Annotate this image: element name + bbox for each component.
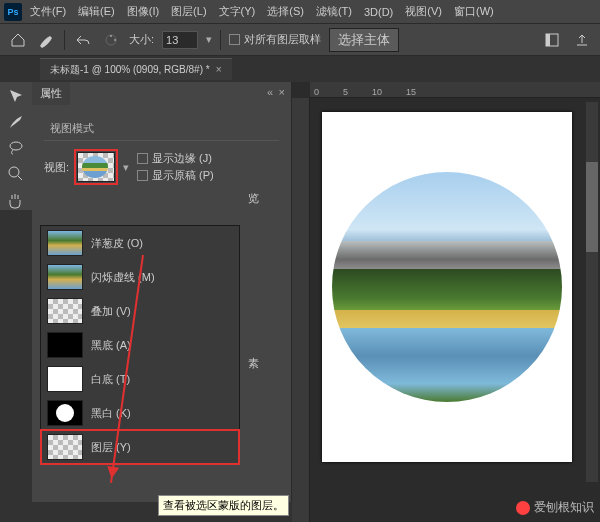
document-title: 未标题-1 @ 100% (0909, RGB/8#) * — [50, 63, 210, 77]
show-original-label: 显示原稿 (P) — [152, 168, 214, 183]
menu-select[interactable]: 选择(S) — [263, 4, 308, 19]
dd-on-white[interactable]: 白底 (T) — [41, 362, 239, 396]
zoom-tool-icon[interactable] — [6, 164, 26, 184]
view-thumbnail[interactable] — [77, 152, 115, 182]
properties-panel-tab[interactable]: 属性 — [32, 82, 70, 105]
dd-on-layers[interactable]: 图层 (Y) — [41, 430, 239, 464]
dd-black-white[interactable]: 黑白 (K) — [41, 396, 239, 430]
svg-rect-2 — [546, 34, 550, 46]
menu-filter[interactable]: 滤镜(T) — [312, 4, 356, 19]
dd-label: 图层 (Y) — [91, 440, 131, 455]
brush-icon[interactable] — [36, 30, 56, 50]
svg-point-4 — [9, 167, 19, 177]
sample-all-checkbox[interactable]: 对所有图层取样 — [229, 32, 321, 47]
menu-type[interactable]: 文字(Y) — [215, 4, 260, 19]
watermark: 爱刨根知识 — [516, 499, 594, 516]
view-mode-dropdown[interactable]: 洋葱皮 (O) 闪烁虚线 (M) 叠加 (V) 黑底 (A) 白底 (T) 黑白… — [40, 225, 240, 465]
chevron-down-icon[interactable]: ▾ — [123, 161, 129, 174]
menu-3d[interactable]: 3D(D) — [360, 6, 397, 18]
panel-collapse-icon[interactable]: « — [267, 86, 273, 98]
ruler-vertical — [292, 98, 310, 522]
menu-view[interactable]: 视图(V) — [401, 4, 446, 19]
panel-close-icon[interactable]: × — [279, 86, 285, 98]
preview-label: 览 — [44, 191, 279, 206]
dd-label: 叠加 (V) — [91, 304, 131, 319]
home-icon[interactable] — [8, 30, 28, 50]
lasso-tool-icon[interactable] — [6, 138, 26, 158]
circular-photo — [332, 172, 562, 402]
menu-layer[interactable]: 图层(L) — [167, 4, 210, 19]
menu-window[interactable]: 窗口(W) — [450, 4, 498, 19]
close-icon[interactable]: × — [216, 64, 222, 75]
dd-overlay[interactable]: 叠加 (V) — [41, 294, 239, 328]
document-tab[interactable]: 未标题-1 @ 100% (0909, RGB/8#) * × — [40, 58, 232, 80]
show-edge-label: 显示边缘 (J) — [152, 151, 212, 166]
brush-tool-icon[interactable] — [6, 112, 26, 132]
undo-icon[interactable] — [73, 30, 93, 50]
select-subject-button[interactable]: 选择主体 — [329, 28, 399, 52]
view-mode-label: 视图模式 — [50, 121, 279, 136]
show-edge-checkbox[interactable]: 显示边缘 (J) — [137, 151, 214, 166]
canvas-paper[interactable] — [322, 112, 572, 462]
menu-file[interactable]: 文件(F) — [26, 4, 70, 19]
panel-toggle-icon[interactable] — [542, 30, 562, 50]
share-icon[interactable] — [572, 30, 592, 50]
show-original-checkbox[interactable]: 显示原稿 (P) — [137, 168, 214, 183]
reset-icon[interactable] — [101, 30, 121, 50]
chevron-down-icon[interactable]: ▾ — [206, 33, 212, 46]
dd-label: 黑白 (K) — [91, 406, 131, 421]
dd-label: 闪烁虚线 (M) — [91, 270, 155, 285]
quick-select-tool-icon[interactable] — [6, 86, 26, 106]
watermark-logo-icon — [516, 501, 530, 515]
tooltip: 查看被选区蒙版的图层。 — [158, 495, 289, 516]
dd-label: 洋葱皮 (O) — [91, 236, 143, 251]
dd-on-black[interactable]: 黑底 (A) — [41, 328, 239, 362]
ruler-horizontal: 0 5 10 15 — [310, 82, 600, 98]
dd-onion-skin[interactable]: 洋葱皮 (O) — [41, 226, 239, 260]
size-label: 大小: — [129, 32, 154, 47]
scroll-thumb[interactable] — [586, 162, 598, 252]
app-logo: Ps — [4, 3, 22, 21]
svg-point-3 — [10, 142, 22, 150]
scrollbar-vertical[interactable] — [586, 102, 598, 482]
view-label: 视图: — [44, 160, 69, 175]
dd-label: 黑底 (A) — [91, 338, 131, 353]
menu-edit[interactable]: 编辑(E) — [74, 4, 119, 19]
hand-tool-icon[interactable] — [6, 190, 26, 210]
menu-image[interactable]: 图像(I) — [123, 4, 163, 19]
size-input[interactable] — [162, 31, 198, 49]
watermark-text: 爱刨根知识 — [534, 499, 594, 516]
sample-all-label: 对所有图层取样 — [244, 32, 321, 47]
